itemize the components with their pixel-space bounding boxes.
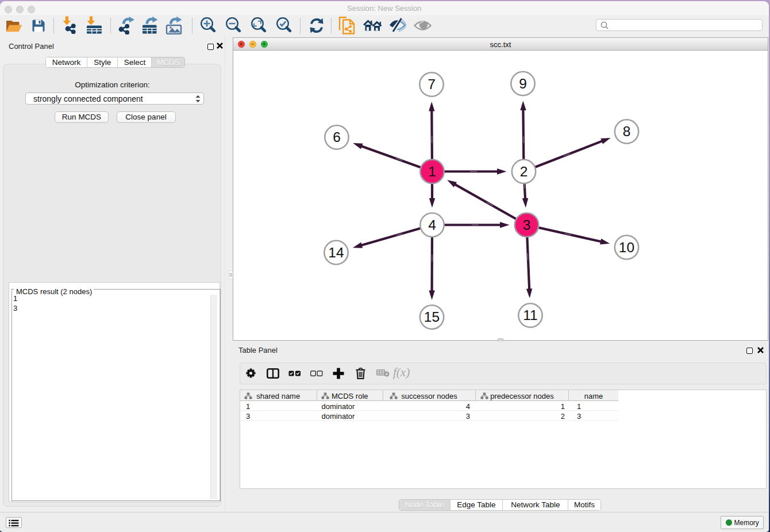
svg-text:2: 2	[520, 164, 528, 179]
svg-text:4: 4	[428, 217, 436, 233]
svg-text:7: 7	[428, 76, 436, 92]
svg-text:15: 15	[424, 309, 440, 325]
svg-text:9: 9	[519, 76, 527, 91]
svg-text:3: 3	[523, 217, 531, 233]
svg-text:11: 11	[523, 307, 537, 323]
svg-text:8: 8	[623, 124, 631, 139]
svg-text:10: 10	[619, 240, 634, 255]
svg-text:6: 6	[333, 129, 341, 145]
svg-text:14: 14	[328, 245, 344, 260]
svg-text:1: 1	[428, 164, 436, 179]
